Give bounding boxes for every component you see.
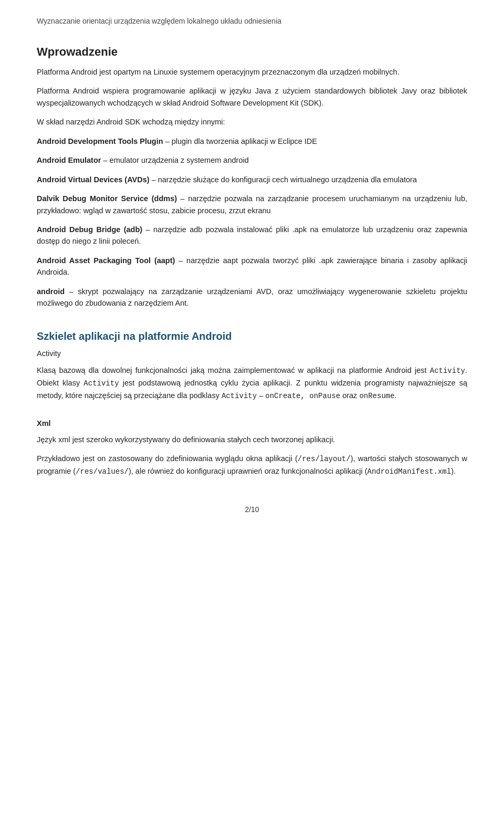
tool-adb-name: Android Debug Bridge (adb)	[37, 225, 142, 234]
xml-code3: AndroidManifest.xml	[368, 467, 452, 476]
tool-adt-separator: –	[163, 137, 172, 145]
tool-avd: Android Virtual Devices (AVDs) – narzędz…	[37, 174, 467, 185]
activity-code3: Activity	[222, 392, 257, 400]
tool-aapt-separator: –	[175, 256, 186, 265]
tool-adb-separator: –	[142, 225, 153, 234]
activity-para: Klasą bazową dla dowolnej funkcjonalnośc…	[37, 364, 467, 402]
xml-para2-start: Przykładowo jest on zastosowany do zdefi…	[37, 454, 298, 463]
tool-emulator-desc: emulator urządzenia z systemem android	[110, 156, 249, 164]
tool-ddms-name: Dalvik Debug Monitor Service (ddms)	[37, 194, 177, 203]
intro-para2: Platforma Android wspiera programowanie …	[37, 85, 467, 109]
szkielet-title: Szkielet aplikacji na platformie Android	[37, 328, 467, 345]
tool-adt-desc: plugin dla tworzenia aplikacji w Eclipce…	[172, 137, 317, 145]
tool-avd-name: Android Virtual Devices (AVDs)	[37, 175, 150, 184]
xml-label: Xml	[37, 418, 467, 429]
tool-adt-name: Android Development Tools Plugin	[37, 137, 163, 145]
tool-adt: Android Development Tools Plugin – plugi…	[37, 135, 467, 147]
tool-emulator-separator: –	[101, 156, 109, 164]
activity-label: Activity	[37, 348, 467, 359]
activity-end3: .	[395, 391, 397, 400]
tool-android-separator: –	[65, 287, 78, 296]
tool-emulator-name: Android Emulator	[37, 156, 101, 164]
activity-para-start: Klasą bazową dla dowolnej funkcjonalnośc…	[37, 366, 430, 374]
tool-ddms-separator: –	[177, 194, 188, 203]
xml-para2: Przykładowo jest on zastosowany do zdefi…	[37, 453, 467, 477]
activity-code5: onResume	[359, 392, 394, 400]
xml-para1: Język xml jest szeroko wykorzystywany do…	[37, 434, 467, 445]
intro-title: Wprowadzenie	[37, 43, 467, 61]
tool-avd-desc: narzędzie służące do konfiguracji cech w…	[158, 175, 417, 184]
intro-para1: Platforma Android jest opartym na Linuxi…	[37, 66, 467, 78]
activity-end: –	[257, 391, 265, 400]
xml-para2-end: ).	[451, 467, 456, 475]
sdk-intro: W skład narzędzi Android SDK wchodzą mię…	[37, 116, 467, 128]
tool-aapt: Android Asset Packaging Tool (aapt) – na…	[37, 255, 467, 278]
activity-code1: Activity	[430, 367, 465, 375]
activity-end2: oraz	[340, 391, 359, 400]
tool-avd-separator: –	[150, 175, 158, 184]
tool-adb: Android Debug Bridge (adb) – narzędzie a…	[37, 224, 467, 247]
tool-emulator: Android Emulator – emulator urządzenia z…	[37, 154, 467, 166]
activity-code4: onCreate, onPause	[265, 392, 340, 400]
tool-android-name: android	[37, 287, 65, 296]
activity-code2: Activity	[83, 379, 119, 388]
xml-para2-mid2: ), ale również do konfiguracji uprawnień…	[129, 467, 368, 475]
page-subtitle: Wyznaczanie orientacji urządzenia względ…	[37, 16, 467, 27]
tool-android-desc: skrypt pozwalający na zarządzanie urządz…	[37, 287, 467, 307]
xml-code1: /res/layout/	[298, 455, 351, 463]
xml-code2: /res/values/	[76, 467, 129, 476]
tool-ddms: Dalvik Debug Monitor Service (ddms) – na…	[37, 193, 467, 216]
tool-android: android – skrypt pozwalający na zarządza…	[37, 286, 467, 309]
page-number: 2/10	[37, 504, 467, 516]
tool-aapt-name: Android Asset Packaging Tool (aapt)	[37, 256, 175, 265]
